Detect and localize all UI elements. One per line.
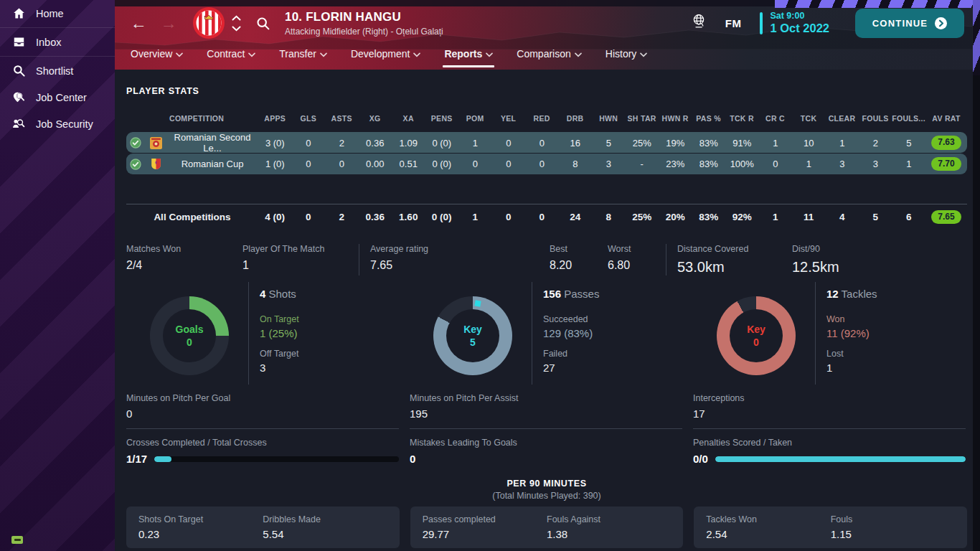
column-header[interactable]: PAS % <box>692 114 725 123</box>
stat-value: 100% <box>725 159 759 169</box>
competition-row[interactable]: Romanian Second Le...3 (0)020.361.090 (0… <box>126 132 967 153</box>
date-display: Sat 9:00 1 Oct 2022 <box>760 11 829 35</box>
tab-label: Contract <box>207 48 245 60</box>
tab-label: Development <box>351 48 410 60</box>
day-time: Sat 9:00 <box>770 11 829 21</box>
sidebar-item-job-center[interactable]: Job Center <box>0 84 115 110</box>
stat-value: 5 <box>892 138 926 149</box>
column-header[interactable]: XA <box>392 114 425 123</box>
stat-value: 3 <box>859 159 892 169</box>
header-right-group: FM Sat 9:00 1 Oct 2022 CONTINUE <box>691 9 973 38</box>
column-header[interactable]: GLS <box>291 114 324 123</box>
stat-total-value: 0 <box>492 212 526 222</box>
sidebar-item-shortlist[interactable]: Shortlist <box>0 57 115 84</box>
stat-value: 91% <box>725 138 759 149</box>
tab-contract[interactable]: Contract <box>207 48 255 63</box>
stat-total-value: 8 <box>592 212 626 222</box>
stat-value: 1 <box>759 138 793 149</box>
tab-overview[interactable]: Overview <box>131 48 183 63</box>
summary-best-rating: Best 8.20 <box>550 244 608 276</box>
all-competitions-row[interactable]: All Competitions4 (0)020.361.600 (0)1002… <box>126 204 967 227</box>
stat-value: 5 <box>592 138 626 149</box>
club-badge[interactable] <box>192 6 225 39</box>
passes-donut-chart: Key 5 <box>433 296 512 375</box>
stat-total-value: 4 <box>826 212 859 222</box>
continue-button[interactable]: CONTINUE <box>855 9 964 38</box>
column-header[interactable]: AV RAT <box>925 114 967 123</box>
stat-total-value: 0.36 <box>359 212 392 222</box>
sidebar-item-job-security[interactable]: Job Security <box>0 110 115 137</box>
column-header[interactable]: CLEAR <box>825 114 858 123</box>
tackles-won-stat: Won 11 (92%) <box>826 314 966 339</box>
column-header[interactable]: PENS <box>425 114 458 123</box>
competition-row[interactable]: Romanian Cup1 (0)000.000.510 (0)00083-23… <box>126 154 967 174</box>
crosses-progress-bar <box>154 456 399 462</box>
tab-comparison[interactable]: Comparison <box>517 48 581 63</box>
stat-value: 1 (0) <box>258 159 292 169</box>
stat-value: 3 <box>826 159 859 169</box>
availability-check-icon <box>126 137 145 149</box>
tab-label: Comparison <box>517 48 570 60</box>
donut-center-value: 5 <box>470 336 476 348</box>
tab-reports[interactable]: Reports <box>444 48 493 63</box>
stat-value: 25% <box>626 138 659 149</box>
key-passes-marker <box>474 300 481 306</box>
chevron-down-icon <box>486 52 493 57</box>
passes-count: 156 <box>543 288 561 300</box>
total-row-label: All Competitions <box>126 212 258 222</box>
back-button[interactable]: ← <box>126 15 151 32</box>
stat-value: 0 <box>458 159 492 169</box>
column-header[interactable]: TCK R <box>725 114 759 123</box>
player-stepper[interactable] <box>232 15 241 32</box>
summary-matches-won: Matches Won 2/4 <box>126 244 242 276</box>
column-header[interactable]: XG <box>358 114 391 123</box>
per-90-title: PER 90 MINUTES <box>126 479 967 489</box>
globe-icon[interactable] <box>691 13 707 33</box>
column-header[interactable]: RED <box>525 114 558 123</box>
column-header[interactable]: HWN R <box>659 114 692 123</box>
chevron-up-icon[interactable] <box>232 15 241 21</box>
search-button[interactable] <box>255 16 270 31</box>
tab-transfer[interactable]: Transfer <box>279 48 327 63</box>
sidebar-item-inbox[interactable]: Inbox <box>0 29 115 55</box>
availability-check-icon <box>126 159 145 170</box>
sidebar-divider <box>0 27 115 28</box>
stat-value: 2 <box>325 138 359 149</box>
sidebar-item-label: Home <box>36 8 64 19</box>
column-header[interactable]: POM <box>458 114 491 123</box>
column-header[interactable]: HWN <box>592 114 625 123</box>
column-header[interactable]: FOULS <box>859 114 892 123</box>
sidebar-item-home[interactable]: Home <box>0 0 115 27</box>
stat-total-value: 6 <box>892 212 926 222</box>
stat-total-value: 5 <box>859 212 892 222</box>
forward-button[interactable]: → <box>156 15 181 32</box>
cup-logo <box>145 158 166 170</box>
mid-col-goals: Minutes on Pitch Per Goal 0 Crosses Comp… <box>126 393 399 465</box>
column-header[interactable]: FOULS... <box>892 114 925 123</box>
player-stats-table: COMPETITIONAPPSGLSASTSXGXAPENSPOMYELREDD… <box>126 111 967 227</box>
tab-development[interactable]: Development <box>351 48 421 63</box>
stat-total-value: 20% <box>659 212 692 222</box>
tab-label: Overview <box>131 48 172 60</box>
column-header[interactable]: CR C <box>758 114 791 123</box>
tab-history[interactable]: History <box>606 48 648 63</box>
per-90-card-passing: Passes completed29.77 Fouls Against1.38 <box>410 507 684 548</box>
column-header[interactable]: ASTS <box>325 114 358 123</box>
column-header[interactable]: YEL <box>491 114 524 123</box>
column-header-competition[interactable]: COMPETITION <box>166 114 258 123</box>
competition-name: Romanian Second Le... <box>166 132 258 154</box>
chevron-down-icon <box>575 52 582 57</box>
column-header[interactable]: DRB <box>558 114 592 123</box>
column-header[interactable]: TCK <box>792 114 825 123</box>
right-edge-decoration <box>973 0 980 551</box>
sidebar: Home Inbox Shortlist Job Center Job Secu… <box>0 0 115 551</box>
stat-total-value: 1 <box>759 212 793 222</box>
column-header[interactable]: APPS <box>258 114 291 123</box>
column-header[interactable]: SH TAR <box>625 114 658 123</box>
stat-value: 0 <box>492 159 526 169</box>
stat-value: 0 <box>525 159 559 169</box>
average-rating-badge: 7.65 <box>925 210 967 224</box>
chevron-down-icon <box>320 52 327 57</box>
chevron-down-icon[interactable] <box>232 26 241 32</box>
competition-name: Romanian Cup <box>166 159 258 169</box>
